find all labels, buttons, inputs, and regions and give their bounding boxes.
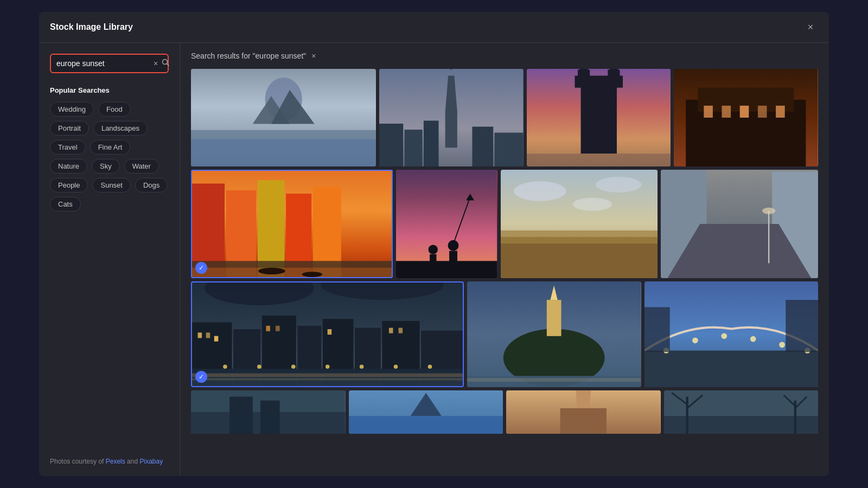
popular-tags-container: Wedding Food Portrait Landscapes Travel … (50, 102, 169, 211)
svg-rect-83 (191, 374, 464, 377)
svg-point-45 (429, 245, 438, 254)
credits-text-between: and (125, 458, 140, 465)
tag-water[interactable]: Water (124, 159, 159, 174)
image-item[interactable]: ✓ (191, 281, 464, 387)
search-clear-icon[interactable]: × (151, 59, 160, 68)
tag-landscapes[interactable]: Landscapes (93, 121, 148, 136)
svg-rect-7 (191, 139, 376, 166)
results-header: Search results for "europe sunset" × (180, 43, 829, 69)
svg-rect-23 (610, 69, 618, 72)
svg-rect-111 (229, 397, 253, 434)
tag-food[interactable]: Food (98, 102, 131, 117)
svg-rect-14 (424, 121, 439, 166)
svg-point-105 (779, 342, 785, 348)
svg-marker-117 (576, 390, 591, 408)
credits: Photos courtesy of Pexels and Pixabay (50, 458, 169, 465)
results-text: Search results for "europe sunset" (191, 52, 306, 60)
svg-rect-11 (445, 112, 457, 147)
tag-people[interactable]: People (50, 178, 88, 192)
svg-rect-53 (501, 230, 658, 243)
svg-rect-12 (379, 124, 403, 166)
svg-rect-40 (191, 268, 393, 278)
svg-rect-78 (276, 326, 280, 331)
image-item[interactable] (527, 69, 671, 166)
svg-rect-29 (722, 106, 731, 118)
svg-point-92 (428, 364, 432, 369)
image-item[interactable] (349, 390, 503, 434)
svg-rect-32 (776, 106, 786, 118)
modal-header: Stock Image Library × (39, 12, 829, 43)
svg-point-41 (258, 268, 285, 274)
credits-text-before: Photos courtesy of (50, 458, 106, 465)
credits-pixabay-link[interactable]: Pixabay (139, 458, 163, 465)
image-grid: ✓ (180, 69, 829, 476)
image-item[interactable] (379, 69, 524, 166)
tag-dogs[interactable]: Dogs (135, 178, 168, 192)
image-item[interactable] (191, 69, 376, 166)
main-content: Search results for "europe sunset" × (180, 43, 829, 476)
image-item[interactable] (661, 170, 818, 278)
svg-rect-77 (266, 326, 270, 331)
search-icon[interactable] (160, 58, 171, 69)
svg-point-102 (692, 338, 698, 344)
svg-rect-80 (389, 328, 393, 333)
svg-rect-100 (644, 351, 818, 387)
svg-point-42 (302, 272, 322, 277)
svg-point-56 (572, 198, 611, 211)
svg-rect-85 (191, 369, 464, 373)
tag-cats[interactable]: Cats (50, 197, 81, 211)
svg-rect-76 (214, 336, 219, 342)
svg-point-55 (596, 177, 641, 192)
svg-rect-48 (450, 251, 458, 270)
image-item[interactable] (396, 170, 497, 278)
svg-rect-114 (349, 416, 503, 434)
popular-searches-title: Popular Searches (50, 86, 169, 94)
selected-check-badge: ✓ (195, 371, 207, 383)
search-box[interactable]: × (50, 54, 169, 73)
image-item[interactable] (506, 390, 661, 434)
svg-rect-16 (495, 133, 524, 166)
svg-rect-108 (786, 300, 818, 352)
sidebar: × Popular Searches Wedding Food Portrait… (39, 43, 180, 476)
svg-point-89 (326, 364, 330, 369)
svg-rect-107 (644, 307, 670, 352)
svg-rect-44 (396, 261, 497, 278)
tag-portrait[interactable]: Portrait (50, 121, 89, 136)
tag-wedding[interactable]: Wedding (50, 102, 94, 117)
tag-fine-art[interactable]: Fine Art (90, 140, 131, 155)
image-item[interactable] (191, 390, 346, 434)
image-row-1 (191, 69, 818, 166)
search-input[interactable] (56, 59, 151, 68)
svg-rect-74 (198, 332, 202, 338)
tag-sky[interactable]: Sky (92, 159, 120, 174)
tag-nature[interactable]: Nature (50, 159, 87, 174)
svg-rect-118 (560, 408, 607, 434)
image-item[interactable] (467, 281, 641, 387)
svg-rect-13 (405, 130, 423, 166)
svg-rect-75 (206, 332, 210, 338)
svg-point-88 (291, 364, 296, 369)
svg-rect-15 (473, 127, 494, 166)
svg-rect-22 (579, 69, 588, 72)
image-row-3: ✓ (191, 281, 818, 387)
svg-point-90 (360, 364, 364, 369)
svg-line-1 (167, 64, 169, 66)
modal-close-button[interactable]: × (803, 20, 818, 35)
image-item[interactable] (664, 390, 819, 434)
svg-point-54 (514, 182, 566, 201)
svg-rect-24 (527, 153, 671, 166)
results-close-icon[interactable]: × (311, 52, 316, 60)
modal-title: Stock Image Library (50, 22, 133, 32)
image-row-4 (191, 390, 818, 434)
image-item[interactable] (644, 281, 818, 387)
image-item[interactable] (674, 69, 818, 166)
credits-pexels-link[interactable]: Pexels (106, 458, 125, 465)
image-item[interactable] (501, 170, 658, 278)
image-item[interactable]: ✓ (191, 170, 393, 278)
svg-rect-84 (191, 378, 464, 381)
selected-check-badge: ✓ (195, 262, 207, 274)
tag-sunset[interactable]: Sunset (92, 178, 130, 192)
svg-point-47 (448, 240, 459, 251)
tag-travel[interactable]: Travel (50, 140, 86, 155)
svg-marker-10 (450, 69, 452, 69)
